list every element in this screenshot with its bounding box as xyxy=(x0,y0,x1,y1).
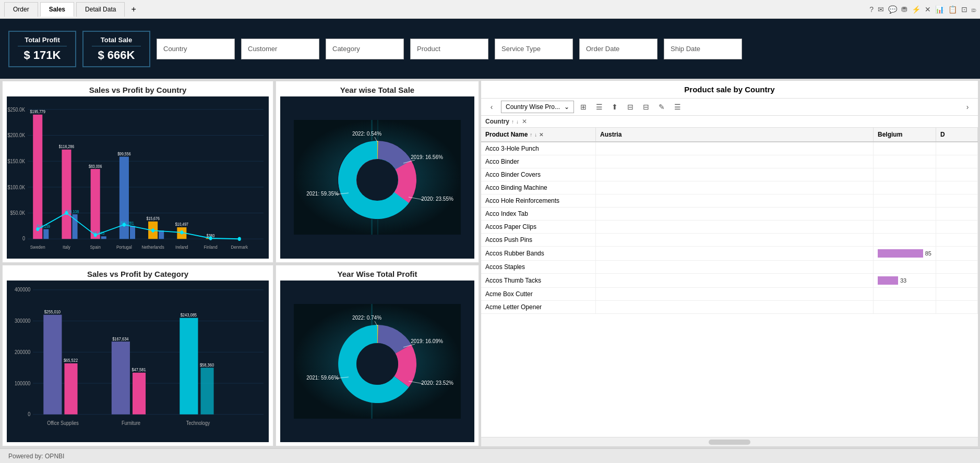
total-profit-value: $ 171K xyxy=(18,48,67,62)
nav-tab-sales[interactable]: Sales xyxy=(40,2,74,17)
svg-point-43 xyxy=(36,227,39,231)
d-cell xyxy=(936,234,978,246)
d-cell xyxy=(936,155,978,168)
table-icon[interactable]: ☰ xyxy=(593,101,605,113)
chat-icon[interactable]: 💬 xyxy=(888,5,897,14)
category-filter[interactable]: Category xyxy=(326,39,404,59)
scroll-thumb[interactable] xyxy=(709,440,750,445)
country-sort-desc[interactable]: ↓ xyxy=(516,119,519,125)
country-filter[interactable]: Country xyxy=(157,39,235,59)
col-sort-asc[interactable]: ↑ xyxy=(530,132,532,138)
table-row[interactable]: Acco Index Tab xyxy=(481,208,978,221)
db-icon[interactable]: ⛃ xyxy=(901,5,907,14)
product-name-cell: Accos Thumb Tacks xyxy=(481,274,596,287)
ship-date-filter[interactable]: Ship Date xyxy=(664,39,742,59)
status-bar: Powered by: OPNBI xyxy=(0,448,980,463)
table-row[interactable]: Acme Letter Opener xyxy=(481,301,978,314)
col-belgium: Belgium xyxy=(874,128,936,141)
svg-rect-16 xyxy=(62,150,71,239)
country-filter-close[interactable]: ✕ xyxy=(522,118,527,125)
svg-text:Technology: Technology xyxy=(186,420,210,426)
table-row[interactable]: Accos Rubber Bands85 xyxy=(481,247,978,261)
table-row[interactable]: Accos Push Pins xyxy=(481,234,978,247)
table-row[interactable]: Acco Binding Machine xyxy=(481,181,978,194)
svg-rect-29 xyxy=(159,230,164,239)
chart-icon[interactable]: 📊 xyxy=(935,5,944,14)
col-sort-desc[interactable]: ↓ xyxy=(534,132,537,138)
nav-right-icons: ? ✉ 💬 ⛃ ⚡ ✕ 📊 📋 ⊡ ⎄ xyxy=(869,5,976,14)
austria-cell xyxy=(596,301,874,313)
nav-tab-order[interactable]: Order xyxy=(4,2,38,17)
col-filter[interactable]: ✕ xyxy=(539,132,543,138)
svg-text:$50.0K: $50.0K xyxy=(10,210,26,216)
svg-text:200000: 200000 xyxy=(15,349,31,355)
order-date-filter[interactable]: Order Date xyxy=(579,39,658,59)
sales-profit-category-title: Sales vs Profit by Category xyxy=(3,265,273,281)
share-icon[interactable]: ⬆ xyxy=(608,101,621,113)
table-row[interactable]: Acco Hole Reinforcements xyxy=(481,194,978,208)
total-sale-label: Total Sale xyxy=(92,36,141,46)
total-profit-label: Total Profit xyxy=(18,36,67,46)
svg-text:$15,676: $15,676 xyxy=(146,216,160,222)
austria-cell xyxy=(596,208,874,220)
table-row[interactable]: Acco Binder xyxy=(481,155,978,168)
edit-icon[interactable]: ✎ xyxy=(655,101,668,113)
nav-tab-detail[interactable]: Detail Data xyxy=(76,2,125,17)
filter-icon[interactable]: ⚡ xyxy=(912,5,921,14)
grid-icon[interactable]: ⊡ xyxy=(961,5,967,14)
table-row[interactable]: Accos Thumb Tacks33 xyxy=(481,274,978,288)
product-filter[interactable]: Product xyxy=(410,39,488,59)
prev-page-button[interactable]: ‹ xyxy=(485,101,498,113)
filter2-icon[interactable]: ☰ xyxy=(671,101,684,113)
svg-text:$65,522: $65,522 xyxy=(64,358,78,363)
svg-rect-62 xyxy=(64,363,77,414)
table-row[interactable]: Acco Binder Covers xyxy=(481,168,978,181)
nav-add-tab[interactable]: + xyxy=(127,5,140,14)
next-page-button[interactable]: › xyxy=(961,101,974,113)
belgium-cell xyxy=(874,142,936,155)
svg-point-47 xyxy=(151,228,154,232)
list-icon[interactable]: 📋 xyxy=(948,5,957,14)
col-options-icon[interactable]: ⊟ xyxy=(624,101,637,113)
svg-point-45 xyxy=(94,233,97,237)
svg-text:$150.0K: $150.0K xyxy=(7,158,25,164)
svg-text:Netherlands: Netherlands xyxy=(142,244,165,250)
service-type-filter[interactable]: Service Type xyxy=(495,39,573,59)
close-icon[interactable]: ✕ xyxy=(925,5,931,14)
d-cell xyxy=(936,274,978,287)
d-cell xyxy=(936,261,978,273)
table-row[interactable]: Acme Box Cutter xyxy=(481,288,978,301)
expand-icon[interactable]: ⎄ xyxy=(972,5,976,14)
belgium-cell xyxy=(874,168,936,181)
pivot-icon[interactable]: ⊞ xyxy=(577,101,590,113)
svg-text:$243,085: $243,085 xyxy=(181,312,197,318)
horizontal-scrollbar[interactable] xyxy=(481,437,978,446)
customer-filter[interactable]: Customer xyxy=(241,39,319,59)
total-sale-card: Total Sale $ 666K xyxy=(82,31,150,67)
svg-text:2020: 23.55%: 2020: 23.55% xyxy=(421,196,453,202)
table-row[interactable]: Accos Paper Clips xyxy=(481,221,978,234)
product-name-cell: Acco Binding Machine xyxy=(481,181,596,194)
svg-text:2022: 0.54%: 2022: 0.54% xyxy=(352,131,381,137)
country-sort-asc[interactable]: ↑ xyxy=(511,119,514,125)
product-sale-title: Product sale by Country xyxy=(481,81,978,99)
svg-text:Denmark: Denmark xyxy=(231,244,248,250)
table-row[interactable]: Accos Staples xyxy=(481,261,978,274)
belgium-cell xyxy=(874,301,936,313)
svg-rect-61 xyxy=(43,314,62,414)
chevron-down-icon: ⌄ xyxy=(564,103,569,111)
col-product-name[interactable]: Product Name ↑ ↓ ✕ xyxy=(481,128,596,141)
svg-text:2020: 23.52%: 2020: 23.52% xyxy=(421,380,453,386)
email-icon[interactable]: ✉ xyxy=(878,5,884,14)
belgium-cell: 85 xyxy=(874,247,936,260)
sales-profit-category-panel: Sales vs Profit by Category 400000 30000… xyxy=(2,265,273,447)
svg-text:$195,779: $195,779 xyxy=(30,109,46,115)
table-header: Product Name ↑ ↓ ✕ Austria Belgium D xyxy=(481,128,978,142)
row-options-icon[interactable]: ⊟ xyxy=(640,101,652,113)
help-icon[interactable]: ? xyxy=(869,5,874,14)
belgium-cell xyxy=(874,261,936,273)
total-profit-card: Total Profit $ 171K xyxy=(8,31,76,67)
svg-rect-12 xyxy=(33,115,42,239)
table-row[interactable]: Acco 3-Hole Punch xyxy=(481,142,978,155)
country-wise-dropdown[interactable]: Country Wise Pro... ⌄ xyxy=(501,101,574,113)
